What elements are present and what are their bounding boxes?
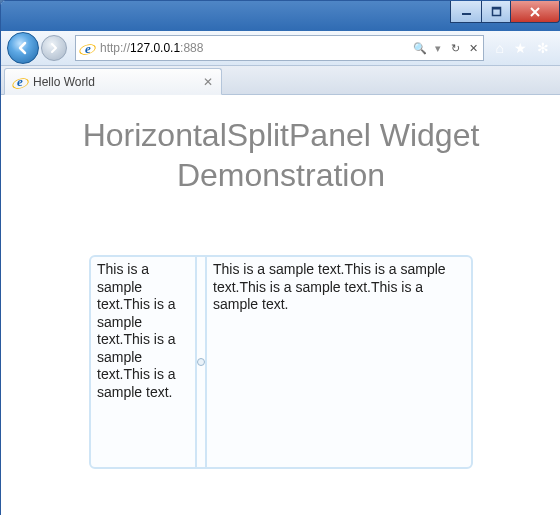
ie-favicon-icon: e xyxy=(80,40,96,56)
search-icon[interactable]: 🔍 xyxy=(411,42,429,55)
browser-window: e http://127.0.0.1:888 🔍 ▾ ↻ ✕ ⌂ ★ ✻ e H… xyxy=(0,0,560,515)
window-titlebar xyxy=(1,1,560,31)
svg-rect-2 xyxy=(492,7,501,10)
browser-tab-bar: e Hello World ✕ xyxy=(1,66,560,95)
panel-container: This is a sample text.This is a sample t… xyxy=(21,255,541,469)
page-heading: HorizontalSplitPanel Widget Demonstratio… xyxy=(21,115,541,195)
ie-favicon-icon: e xyxy=(13,75,27,89)
window-maximize-button[interactable] xyxy=(481,1,511,23)
nav-forward-button[interactable] xyxy=(41,35,67,61)
splitter-grip-icon xyxy=(197,358,205,366)
window-minimize-button[interactable] xyxy=(450,1,482,23)
tab-title: Hello World xyxy=(33,75,95,89)
tab-close-icon[interactable]: ✕ xyxy=(203,75,213,89)
window-close-button[interactable] xyxy=(510,1,560,23)
split-panel-right: This is a sample text.This is a sample t… xyxy=(207,257,471,467)
tools-icon[interactable]: ✻ xyxy=(537,40,549,56)
browser-tool-icons: ⌂ ★ ✻ xyxy=(490,40,555,56)
home-icon[interactable]: ⌂ xyxy=(496,40,504,56)
browser-nav-bar: e http://127.0.0.1:888 🔍 ▾ ↻ ✕ ⌂ ★ ✻ xyxy=(1,31,560,66)
svg-rect-0 xyxy=(462,13,471,15)
split-panel-divider[interactable] xyxy=(195,257,207,467)
address-url: http://127.0.0.1:888 xyxy=(100,41,411,55)
page-content: HorizontalSplitPanel Widget Demonstratio… xyxy=(1,95,560,515)
browser-tab[interactable]: e Hello World ✕ xyxy=(4,68,222,95)
address-bar[interactable]: e http://127.0.0.1:888 🔍 ▾ ↻ ✕ xyxy=(75,35,484,61)
favorites-icon[interactable]: ★ xyxy=(514,40,527,56)
stop-icon[interactable]: ✕ xyxy=(465,42,483,55)
refresh-icon[interactable]: ↻ xyxy=(447,42,465,55)
nav-back-button[interactable] xyxy=(7,32,39,64)
split-panel-left: This is a sample text.This is a sample t… xyxy=(91,257,195,467)
horizontal-split-panel: This is a sample text.This is a sample t… xyxy=(89,255,473,469)
